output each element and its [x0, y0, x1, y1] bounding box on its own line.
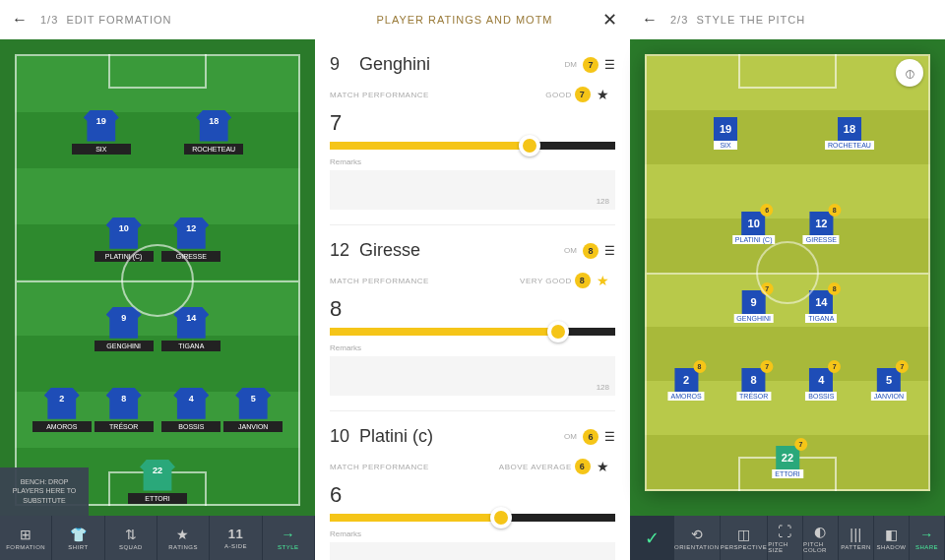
player-rocheteau[interactable]: 18ROCHETEAU: [825, 117, 874, 150]
toolbar-a-side[interactable]: 11A-SIDE: [210, 516, 262, 560]
styled-pitch[interactable]: 19SIX18ROCHETEAU106PLATINI (C)128GIRESSE…: [645, 54, 930, 491]
confirm-button[interactable]: ✓: [630, 516, 674, 560]
player-six[interactable]: 19SIX: [714, 117, 737, 150]
motm-star[interactable]: ★: [597, 87, 610, 102]
toolbar-share[interactable]: →SHARE: [910, 516, 945, 560]
player-giresse[interactable]: 128GIRESSE: [803, 212, 840, 244]
page-title: EDIT FORMATION: [66, 14, 303, 26]
player-giresse[interactable]: 12GIRESSE: [161, 218, 220, 262]
toolbar-pitch color[interactable]: ◐PITCH COLOR: [803, 516, 839, 560]
player-amoros[interactable]: 28AMOROS: [667, 368, 704, 401]
player-ettori[interactable]: 22ETTORI: [128, 460, 187, 504]
toolbar-perspective[interactable]: ◫PERSPECTIVE: [721, 516, 769, 560]
style-pitch-panel: ← 2/3 STYLE THE PITCH ⦶ 19SIX18ROCHETEAU…: [630, 0, 945, 560]
toolbar-pitch size[interactable]: ⛶PITCH SIZE: [768, 516, 803, 560]
player-genghini[interactable]: 9GENGHINI: [94, 307, 154, 351]
ratings-panel: PLAYER RATINGS AND MOTM ✕ 9GenghiniDM7☰M…: [315, 0, 630, 560]
edit-formation-panel: ← 1/3 EDIT FORMATION 19SIX18ROCHETEAU10P…: [0, 0, 315, 560]
player-platini (c)[interactable]: 10PLATINI (C): [94, 218, 154, 262]
bench-dropzone[interactable]: BENCH: DROP PLAYERS HERE TO SUBSTITUTE: [0, 467, 89, 516]
left-header: ← 1/3 EDIT FORMATION: [0, 0, 315, 39]
player-ettori[interactable]: 227ETTORI: [772, 446, 803, 478]
rating-slider[interactable]: [330, 328, 615, 336]
player-bossis[interactable]: 47BOSSIS: [805, 368, 837, 401]
toolbar-shirt[interactable]: 👕SHIRT: [52, 516, 104, 560]
left-toolbar: ⊞FORMATION👕SHIRT⇅SQUAD★RATINGS11A-SIDE→S…: [0, 516, 315, 560]
player-amoros[interactable]: 2AMOROS: [32, 388, 92, 432]
toolbar-shadow[interactable]: ◧SHADOW: [874, 516, 910, 560]
player-platini (c)[interactable]: 106PLATINI (C): [732, 212, 776, 244]
player-tigana[interactable]: 14TIGANA: [161, 307, 220, 351]
back-icon[interactable]: ←: [12, 11, 29, 29]
rating-giresse: 12GiresseOM8☰MATCH PERFORMANCEVERY GOOD …: [330, 225, 615, 411]
rating-platini (c): 10Platini (c)OM6☰MATCH PERFORMANCEABOVE …: [330, 411, 615, 560]
ratings-list: 9GenghiniDM7☰MATCH PERFORMANCEGOOD 7★7Re…: [315, 39, 630, 560]
step-indicator: 2/3: [670, 14, 688, 26]
player-janvion[interactable]: 5JANVION: [223, 388, 283, 432]
remarks-input[interactable]: 128: [330, 170, 615, 210]
toolbar-pattern[interactable]: |||PATTERN: [839, 516, 874, 560]
motm-star[interactable]: ★: [597, 459, 610, 474]
zoom-icon[interactable]: ⦶: [896, 59, 923, 87]
page-title: PLAYER RATINGS AND MOTM: [327, 14, 602, 26]
motm-star[interactable]: ★: [597, 273, 610, 288]
player-bossis[interactable]: 4BOSSIS: [161, 388, 220, 432]
formation-pitch[interactable]: 19SIX18ROCHETEAU10PLATINI (C)12GIRESSE9G…: [15, 54, 300, 506]
menu-icon[interactable]: ☰: [604, 244, 615, 258]
right-header: ← 2/3 STYLE THE PITCH: [630, 0, 945, 39]
remarks-input[interactable]: 128: [330, 356, 615, 396]
player-six[interactable]: 19SIX: [72, 110, 131, 155]
player-rocheteau[interactable]: 18ROCHETEAU: [184, 110, 243, 155]
toolbar-squad[interactable]: ⇅SQUAD: [105, 516, 158, 560]
step-indicator: 1/3: [40, 14, 58, 26]
menu-icon[interactable]: ☰: [604, 430, 615, 444]
menu-icon[interactable]: ☰: [604, 58, 615, 72]
toolbar-style[interactable]: →STYLE: [263, 516, 315, 560]
toolbar-ratings[interactable]: ★RATINGS: [158, 516, 210, 560]
toolbar-formation[interactable]: ⊞FORMATION: [0, 516, 52, 560]
player-trésor[interactable]: 8TRÉSOR: [94, 388, 154, 432]
player-janvion[interactable]: 57JANVION: [871, 368, 907, 401]
toolbar-orientation[interactable]: ⟲ORIENTATION: [674, 516, 721, 560]
player-genghini[interactable]: 97GENGHINI: [733, 290, 774, 323]
right-toolbar: ⟲ORIENTATION◫PERSPECTIVE⛶PITCH SIZE◐PITC…: [674, 516, 945, 560]
player-tigana[interactable]: 148TIGANA: [805, 290, 837, 323]
rating-genghini: 9GenghiniDM7☰MATCH PERFORMANCEGOOD 7★7Re…: [330, 39, 615, 225]
page-title: STYLE THE PITCH: [696, 14, 933, 26]
remarks-input[interactable]: 128: [330, 542, 615, 560]
rating-slider[interactable]: [330, 142, 615, 150]
mid-header: PLAYER RATINGS AND MOTM ✕: [315, 0, 630, 39]
player-trésor[interactable]: 87TRÉSOR: [736, 368, 771, 401]
close-icon[interactable]: ✕: [602, 9, 618, 31]
rating-slider[interactable]: [330, 514, 615, 522]
back-icon[interactable]: ←: [642, 11, 659, 29]
